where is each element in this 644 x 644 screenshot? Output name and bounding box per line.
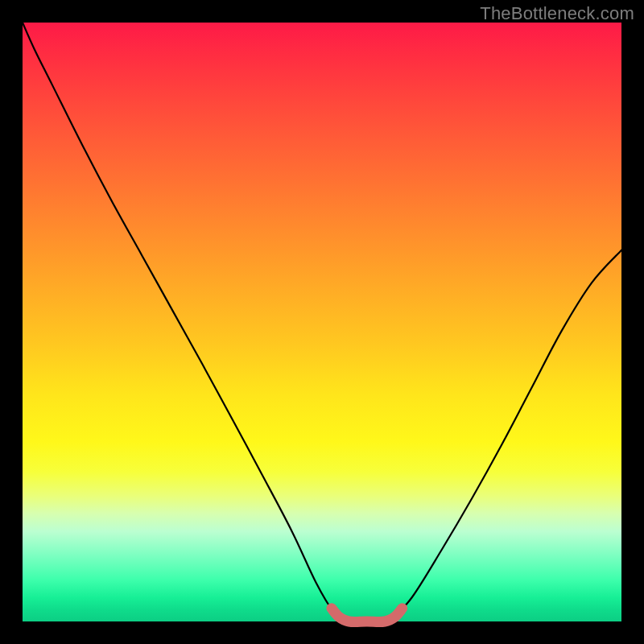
chart-svg [23, 23, 621, 621]
watermark-text: TheBottleneck.com [480, 3, 634, 24]
chart-frame: TheBottleneck.com [0, 0, 644, 644]
bottleneck-curve [23, 23, 621, 622]
minimum-highlight [332, 609, 402, 622]
chart-plot-area [23, 23, 621, 621]
